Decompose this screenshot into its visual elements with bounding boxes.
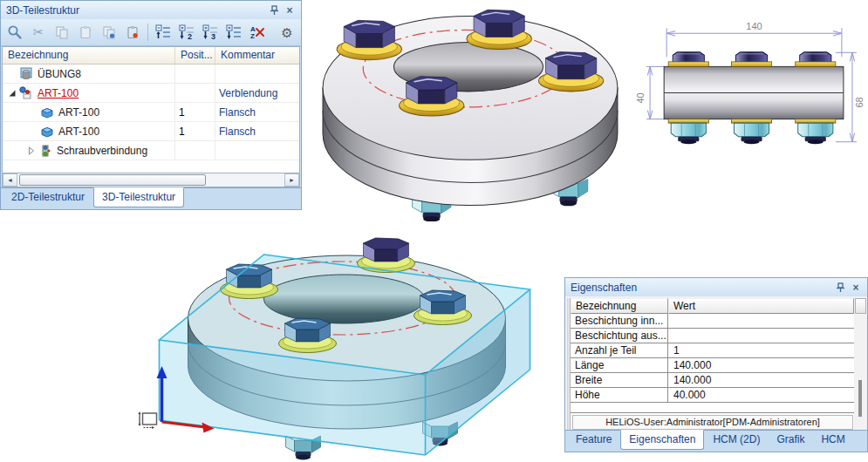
flange-iso-view[interactable] — [319, 0, 628, 221]
helios-user-status: HELiOS-User:Administrator[PDM-Administra… — [572, 415, 853, 430]
paste-with-marker-icon[interactable] — [122, 22, 143, 43]
front-view-bolts — [668, 52, 836, 67]
column-header-kommentar[interactable]: Kommentar — [215, 47, 299, 64]
tree-item-label: ART-100 — [58, 126, 99, 138]
transform-handle-icon — [139, 411, 157, 429]
tree-row-art100-assembly[interactable]: ART-100 Verblendung — [3, 84, 299, 103]
tree-empty-area — [3, 160, 299, 173]
collapse-all-icon[interactable] — [153, 22, 174, 43]
front-view-nuts — [668, 119, 836, 145]
properties-panel: Eigenschaften × Bezeichnung Wert Beschic… — [564, 277, 868, 452]
scrollbar-thumb[interactable] — [19, 174, 206, 186]
collapsed-triangle-icon[interactable] — [25, 145, 38, 157]
copy-icon[interactable] — [51, 22, 72, 43]
drawing-icon — [18, 67, 34, 81]
tree-item-label: ART-100 — [58, 106, 99, 119]
tree-column-headers: Bezeichnung Posit... Kommentar — [3, 47, 299, 65]
tab-2d-teilestruktur[interactable]: 2D-Teilestruktur — [3, 188, 92, 207]
panel-title: 3D-Teilestruktur — [6, 4, 266, 17]
tab-feature[interactable]: Feature — [568, 431, 619, 449]
tab-hcm[interactable]: HCM — [813, 431, 852, 449]
tab-grafik[interactable]: Grafik — [769, 431, 812, 449]
properties-tabs: Feature Eigenschaften HCM (2D) Grafik HC… — [565, 430, 867, 452]
remove-sorting-icon[interactable]: AZ — [247, 22, 268, 43]
tree-item-label: Schraubverbindung — [57, 145, 147, 157]
vertical-scrollbar[interactable] — [855, 298, 866, 430]
part-icon — [39, 125, 55, 139]
tree-item-pos — [175, 65, 215, 83]
property-row-hoehe[interactable]: Höhe 40.000 — [571, 388, 854, 403]
column-header-position[interactable]: Posit... — [175, 47, 215, 64]
pin-icon[interactable] — [266, 3, 282, 17]
expand-level-3-icon[interactable]: 3 — [200, 22, 221, 43]
scrollbar-thumb[interactable] — [858, 380, 862, 417]
flange-box-view[interactable] — [133, 235, 565, 462]
dimension-plate-height-value: 40 — [635, 92, 646, 103]
paste-icon[interactable] — [75, 22, 96, 43]
bolt-top — [467, 10, 531, 49]
bolt-connection-icon — [38, 144, 53, 158]
scroll-left-arrow[interactable]: ◄ — [3, 173, 17, 187]
bolt-front — [400, 77, 464, 116]
cut-icon[interactable]: ✂ — [28, 22, 49, 43]
scroll-right-arrow[interactable]: ► — [284, 173, 299, 187]
svg-text:2: 2 — [188, 32, 192, 40]
tree-item-comment: Flansch — [215, 122, 299, 140]
scrollbar-track[interactable] — [17, 173, 284, 187]
dimension-total-height-value: 68 — [854, 97, 865, 107]
cad-workspace: { "glyphs": { "close": "×", "gear": "⚙",… — [0, 0, 868, 462]
tree-row-art100-part-2[interactable]: ART-100 1 Flansch — [3, 122, 299, 141]
search-icon[interactable] — [4, 22, 25, 43]
property-row-anzahl-je-teil[interactable]: Anzahl je Teil 1 — [571, 343, 854, 358]
bolt-left — [337, 20, 401, 59]
tab-eigenschaften[interactable]: Eigenschaften — [620, 430, 704, 450]
column-header-bezeichnung[interactable]: Bezeichnung — [3, 47, 175, 64]
column-header-wert[interactable]: Wert — [668, 298, 854, 314]
part-structure-titlebar: 3D-Teilestruktur × — [1, 1, 301, 19]
property-row-laenge[interactable]: Länge 140.000 — [571, 358, 854, 373]
property-row-beschichtung-aussen[interactable]: Beschichtung aus... — [571, 329, 854, 343]
assembly-icon — [18, 86, 34, 100]
expand-level-2-icon[interactable]: 2 — [176, 22, 197, 43]
tree-item-comment: Verblendung — [215, 84, 299, 102]
expanded-triangle-icon[interactable] — [6, 87, 18, 99]
tree-item-comment: Flansch — [215, 103, 299, 121]
column-header-bezeichnung[interactable]: Bezeichnung — [571, 298, 668, 314]
properties-table-area: Bezeichnung Wert Beschichtung inn... Bes… — [565, 296, 867, 430]
tree-item-label: ART-100 — [38, 87, 79, 99]
toolbar-separator — [147, 24, 148, 41]
properties-table: Bezeichnung Wert Beschichtung inn... Bes… — [571, 298, 854, 430]
bolt-right — [414, 290, 472, 325]
tree-item-comment — [215, 65, 299, 83]
tree-row-uebung8[interactable]: ÜBUNG8 — [3, 65, 299, 84]
close-icon[interactable]: × — [848, 281, 864, 295]
dimension-width-value: 140 — [746, 21, 762, 31]
bolt-front — [279, 318, 337, 353]
properties-titlebar: Eigenschaften × — [565, 278, 867, 296]
header-filler — [855, 298, 866, 314]
part-structure-tabs: 2D-Teilestruktur 3D-Teilestruktur — [1, 187, 301, 209]
settings-gear-icon[interactable]: ⚙ — [277, 22, 297, 43]
tree-item-comment — [215, 141, 299, 160]
flange-front-view[interactable]: 140 40 68 — [623, 7, 868, 177]
part-structure-toolbar: ✂ 2 3 AZ ⚙ — [1, 19, 301, 46]
tab-3d-teilestruktur[interactable]: 3D-Teilestruktur — [93, 187, 184, 207]
part-icon — [39, 105, 55, 119]
horizontal-scrollbar[interactable]: ◄ ► — [2, 173, 300, 187]
tree-row-art100-part-1[interactable]: ART-100 1 Flansch — [3, 103, 299, 122]
tree-item-pos — [175, 84, 215, 102]
property-row-beschichtung-innen[interactable]: Beschichtung inn... — [571, 314, 854, 329]
copy-with-marker-icon[interactable] — [99, 22, 120, 43]
close-icon[interactable]: × — [282, 3, 297, 17]
bolt-right — [538, 52, 603, 92]
property-row-breite[interactable]: Breite 140.000 — [571, 373, 854, 388]
tree-item-pos — [175, 141, 215, 160]
tab-hcm-2d[interactable]: HCM (2D) — [705, 431, 768, 449]
part-structure-tree: Bezeichnung Posit... Kommentar ÜBUNG8 — [2, 46, 300, 173]
part-structure-panel: 3D-Teilestruktur × ✂ 2 3 — [0, 0, 302, 210]
tree-row-schraubverbindung[interactable]: Schraubverbindung — [3, 141, 299, 160]
pin-icon[interactable] — [832, 281, 848, 295]
tree-item-pos: 1 — [175, 122, 215, 140]
property-row-empty — [571, 403, 854, 413]
expand-all-icon[interactable] — [223, 22, 244, 43]
